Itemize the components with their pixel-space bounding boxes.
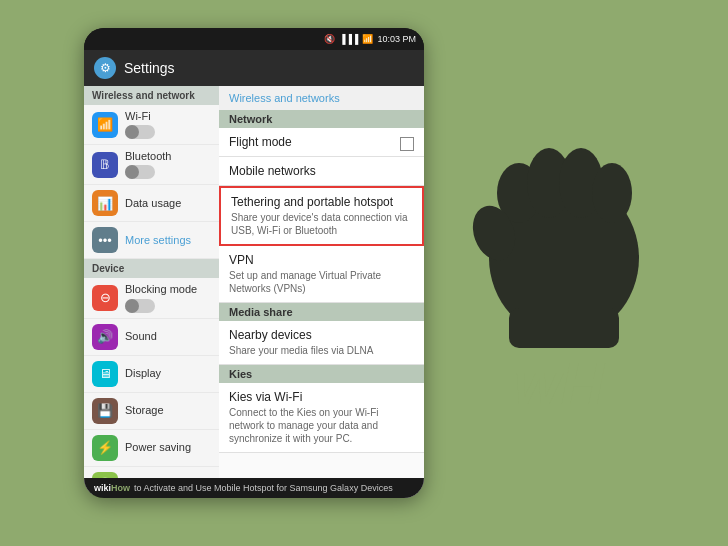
blocking-label: Blocking mode (125, 283, 197, 296)
svg-point-4 (592, 163, 632, 223)
mute-icon: 🔇 (324, 34, 335, 44)
flight-mode-title: Flight mode (229, 135, 292, 149)
tethering-title: Tethering and portable hotspot (231, 195, 412, 209)
kies-title: Kies via Wi-Fi (229, 390, 414, 404)
sidebar-item-more-settings[interactable]: ••• More settings (84, 222, 219, 259)
sidebar-item-bluetooth[interactable]: 𝔹 Bluetooth (84, 145, 219, 185)
wikihow-footer: wikiHow to Activate and Use Mobile Hotsp… (84, 478, 424, 498)
more-settings-label: More settings (125, 234, 191, 247)
settings-title: Settings (124, 60, 175, 76)
settings-header: ⚙ Settings (84, 50, 424, 86)
display-icon: 🖥 (92, 361, 118, 387)
power-label: Power saving (125, 441, 191, 454)
svg-point-3 (559, 148, 603, 218)
sound-label: Sound (125, 330, 157, 343)
svg-point-0 (489, 178, 639, 338)
wifi-label: Wi-Fi (125, 110, 155, 123)
rp-section-media: Media share (219, 303, 424, 321)
block-item-content: Blocking mode (125, 283, 197, 312)
rp-section-kies: Kies (219, 365, 424, 383)
storage-label: Storage (125, 404, 164, 417)
nearby-sub: Share your media files via DLNA (229, 344, 414, 357)
gear-icon: ⚙ (100, 61, 111, 75)
vpn-title: VPN (229, 253, 414, 267)
rp-item-nearby[interactable]: Nearby devices Share your media files vi… (219, 321, 424, 365)
rp-item-tethering[interactable]: Tethering and portable hotspot Share you… (219, 186, 424, 246)
display-label: Display (125, 367, 161, 380)
settings-header-icon: ⚙ (94, 57, 116, 79)
phone-frame: 🔇 ▐▐▐ 📶 10:03 PM ⚙ Settings Wireless and… (84, 28, 424, 498)
sidebar-item-wifi[interactable]: 📶 Wi-Fi (84, 105, 219, 145)
rp-item-vpn[interactable]: VPN Set up and manage Virtual Private Ne… (219, 246, 424, 303)
storage-icon: 💾 (92, 398, 118, 424)
sidebar: Wireless and network 📶 Wi-Fi 𝔹 Bluetooth (84, 86, 219, 498)
wikihow-footer-text: to Activate and Use Mobile Hotspot for S… (134, 483, 393, 493)
bluetooth-toggle[interactable] (125, 165, 155, 179)
status-bar-icons: 🔇 ▐▐▐ 📶 10:03 PM (324, 34, 416, 44)
tethering-sub: Share your device's data connection via … (231, 211, 412, 237)
bluetooth-icon: 𝔹 (92, 152, 118, 178)
mobile-networks-title: Mobile networks (229, 164, 316, 178)
wifi-icon: 📶 (92, 112, 118, 138)
bt-item-content: Bluetooth (125, 150, 171, 179)
rp-section-network: Network (219, 110, 424, 128)
hand-overlay (454, 88, 674, 348)
time-display: 10:03 PM (377, 34, 416, 44)
breadcrumb[interactable]: Wireless and networks (219, 86, 424, 110)
svg-rect-6 (509, 308, 619, 348)
svg-point-2 (527, 148, 571, 218)
data-usage-label: Data usage (125, 197, 181, 210)
bluetooth-label: Bluetooth (125, 150, 171, 163)
wifi-toggle[interactable] (125, 125, 155, 139)
sidebar-item-power[interactable]: ⚡ Power saving (84, 430, 219, 467)
svg-point-1 (497, 163, 541, 223)
right-panel: Wireless and networks Network Flight mod… (219, 86, 424, 498)
vpn-sub: Set up and manage Virtual Private Networ… (229, 269, 414, 295)
wifi-item-content: Wi-Fi (125, 110, 155, 139)
more-settings-icon: ••• (92, 227, 118, 253)
blocking-icon: ⊖ (92, 285, 118, 311)
sidebar-section-device: Device (84, 259, 219, 278)
power-icon: ⚡ (92, 435, 118, 461)
sidebar-item-storage[interactable]: 💾 Storage (84, 393, 219, 430)
flight-mode-checkbox[interactable] (400, 137, 414, 151)
wh-watermark: wH (514, 349, 604, 418)
signal-icon: ▐▐▐ (339, 34, 358, 44)
data-usage-icon: 📊 (92, 190, 118, 216)
svg-point-5 (466, 200, 523, 266)
blocking-toggle[interactable] (125, 299, 155, 313)
sound-icon: 🔊 (92, 324, 118, 350)
main-content: Wireless and network 📶 Wi-Fi 𝔹 Bluetooth (84, 86, 424, 498)
sidebar-item-blocking[interactable]: ⊖ Blocking mode (84, 278, 219, 318)
nearby-title: Nearby devices (229, 328, 414, 342)
wikihow-logo: wikiHow (94, 483, 130, 493)
sidebar-item-data-usage[interactable]: 📊 Data usage (84, 185, 219, 222)
kies-sub: Connect to the Kies on your Wi-Fi networ… (229, 406, 414, 445)
sidebar-section-wireless: Wireless and network (84, 86, 219, 105)
rp-item-kies[interactable]: Kies via Wi-Fi Connect to the Kies on yo… (219, 383, 424, 453)
sidebar-item-display[interactable]: 🖥 Display (84, 356, 219, 393)
rp-item-mobile-networks[interactable]: Mobile networks (219, 157, 424, 186)
status-bar: 🔇 ▐▐▐ 📶 10:03 PM (84, 28, 424, 50)
rp-item-flight-mode[interactable]: Flight mode (219, 128, 424, 157)
wifi-status-icon: 📶 (362, 34, 373, 44)
sidebar-item-sound[interactable]: 🔊 Sound (84, 319, 219, 356)
